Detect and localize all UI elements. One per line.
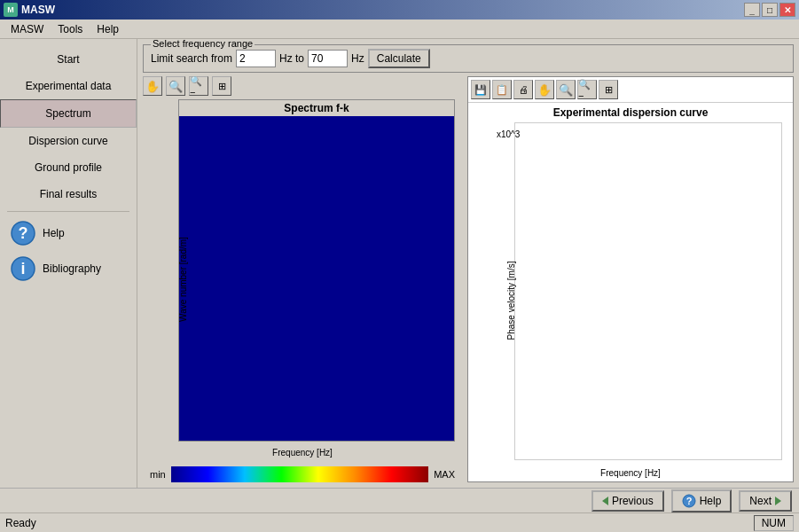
window-title: MASW	[21, 4, 55, 16]
bibliography-icon: i	[11, 256, 35, 281]
disp-x-label: Frequency [Hz]	[600, 468, 661, 478]
zoom-out-btn[interactable]: 🔍−	[189, 76, 208, 96]
zoom-fit-right-btn[interactable]: ⊞	[599, 80, 618, 99]
spectrum-container: Wave number [rad/m] Spectrum f-k Frequen…	[143, 99, 462, 459]
next-arrow-icon	[775, 497, 781, 505]
minimize-button[interactable]: _	[744, 3, 760, 17]
status-num: NUM	[754, 515, 794, 531]
freq-to-input[interactable]	[308, 50, 348, 67]
print-tool-btn[interactable]: 🖨	[513, 80, 533, 99]
title-bar-left: M MASW	[4, 3, 55, 17]
freq-range-legend: Select frequency range	[151, 39, 255, 49]
colorbar-min-label: min	[150, 469, 166, 480]
spectrum-toolbar: ✋ 🔍 🔍− ⊞	[143, 76, 462, 96]
close-button[interactable]: ✕	[779, 3, 795, 17]
previous-arrow-icon	[602, 497, 608, 505]
spectrum-canvas	[179, 116, 454, 437]
help-nav-label: Help	[700, 495, 722, 507]
sidebar-bibliography-label: Bibliography	[43, 262, 101, 275]
sidebar-bibliography-btn[interactable]: i Bibliography	[0, 251, 137, 286]
dispersion-title: Experimental dispersion curve	[468, 103, 793, 119]
menu-masw[interactable]: MASW	[4, 21, 51, 37]
sidebar: Start Experimental data Spectrum Dispers…	[0, 39, 137, 488]
window-controls: _ □ ✕	[744, 3, 795, 17]
dispersion-canvas	[514, 122, 782, 460]
help-nav-icon: ?	[682, 494, 696, 508]
sidebar-item-ground[interactable]: Ground profile	[0, 154, 137, 181]
svg-text:?: ?	[685, 496, 692, 506]
menu-bar: MASW Tools Help	[0, 20, 799, 39]
right-toolbar: 💾 📋 🖨 ✋ 🔍 🔍− ⊞	[468, 77, 793, 103]
title-bar: M MASW _ □ ✕	[0, 0, 799, 20]
next-label: Next	[749, 495, 772, 507]
help-nav-button[interactable]: ? Help	[671, 489, 732, 512]
zoom-fit-btn[interactable]: ⊞	[212, 76, 231, 96]
spectrum-title: Spectrum f-k	[179, 100, 454, 116]
app-icon: M	[4, 3, 18, 17]
menu-tools[interactable]: Tools	[51, 21, 90, 37]
status-bar: Ready NUM	[0, 512, 799, 532]
freq-from-input[interactable]	[236, 50, 276, 67]
sidebar-item-final[interactable]: Final results	[0, 181, 137, 207]
sidebar-item-start[interactable]: Start	[0, 46, 137, 73]
menu-help[interactable]: Help	[90, 21, 126, 37]
sidebar-item-disp-curve[interactable]: Dispersion curve	[0, 128, 137, 154]
save-tool-btn[interactable]: 💾	[471, 80, 490, 99]
sidebar-item-spectrum[interactable]: Spectrum	[0, 99, 137, 128]
freq-range-group: Select frequency range Limit search from…	[143, 44, 794, 73]
disp-y-label: Phase velocity [m/s]	[506, 261, 516, 340]
sidebar-help-label: Help	[43, 227, 65, 239]
zoom-out-right-btn[interactable]: 🔍−	[577, 80, 597, 99]
freq-limit-label: Limit search from	[151, 52, 232, 65]
sidebar-separator	[7, 211, 129, 212]
freq-hz-to-label: Hz to	[279, 52, 304, 65]
status-ready: Ready	[5, 517, 36, 529]
dispersion-chart-area: Phase velocity [m/s] x10^3 Frequency [Hz…	[468, 119, 793, 481]
spectrum-x-label: Frequency [Hz]	[272, 448, 333, 458]
svg-text:?: ?	[19, 224, 28, 242]
left-panel: ✋ 🔍 🔍− ⊞ Wave number [rad/m] Spectrum f-…	[143, 76, 462, 482]
hand-tool-right-btn[interactable]: ✋	[535, 80, 554, 99]
colorbar	[171, 466, 428, 482]
freq-hz-label: Hz	[351, 52, 364, 65]
main-layout: Start Experimental data Spectrum Dispers…	[0, 39, 799, 488]
spectrum-y-label: Wave number [rad/m]	[178, 237, 188, 322]
next-button[interactable]: Next	[739, 490, 792, 512]
right-panel: 💾 📋 🖨 ✋ 🔍 🔍− ⊞ Experimental dispersion c…	[467, 76, 794, 482]
maximize-button[interactable]: □	[762, 3, 778, 17]
calculate-button[interactable]: Calculate	[368, 49, 430, 68]
panels: ✋ 🔍 🔍− ⊞ Wave number [rad/m] Spectrum f-…	[143, 76, 794, 482]
copy-tool-btn[interactable]: 📋	[492, 80, 512, 99]
help-icon: ?	[11, 221, 35, 246]
hand-tool-btn[interactable]: ✋	[143, 76, 162, 96]
disp-y-scale: x10^3	[497, 129, 520, 139]
svg-text:i: i	[20, 260, 25, 278]
sidebar-help-btn[interactable]: ? Help	[0, 215, 137, 251]
colorbar-max-label: MAX	[434, 469, 455, 480]
content-area: Select frequency range Limit search from…	[137, 39, 799, 488]
previous-button[interactable]: Previous	[591, 490, 664, 512]
sidebar-item-exp-data[interactable]: Experimental data	[0, 73, 137, 99]
colorbar-row: min MAX	[143, 466, 462, 482]
zoom-in-btn[interactable]: 🔍	[166, 76, 185, 96]
bottom-nav: Previous ? Help Next	[0, 488, 799, 512]
spectrum-chart-area: Spectrum f-k	[178, 99, 455, 442]
status-right: NUM	[754, 515, 794, 531]
previous-label: Previous	[612, 495, 654, 507]
zoom-in-right-btn[interactable]: 🔍	[556, 80, 576, 99]
